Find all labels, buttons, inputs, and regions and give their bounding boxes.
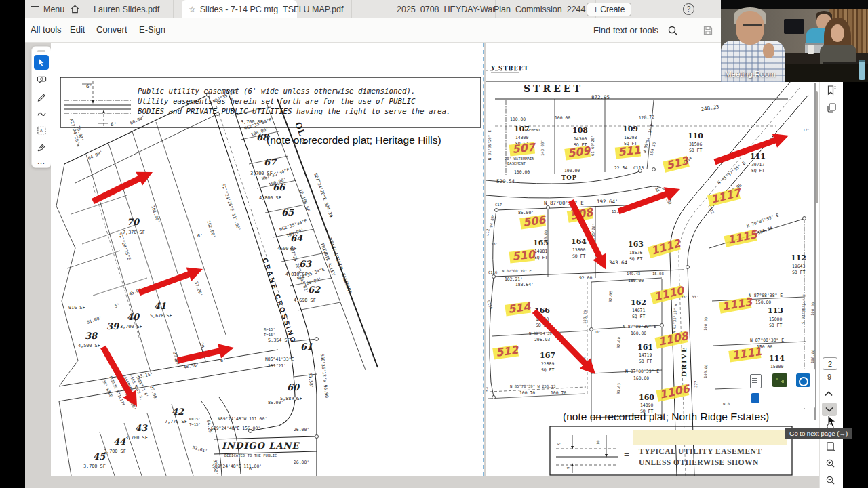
svg-text:40: 40 bbox=[127, 312, 140, 322]
zoom-in-button[interactable] bbox=[825, 458, 835, 471]
select-tool-button[interactable] bbox=[34, 55, 49, 70]
svg-text:1117: 1117 bbox=[709, 186, 743, 206]
svg-text:15.08: 15.08 bbox=[652, 272, 664, 276]
mouse-cursor bbox=[827, 415, 837, 430]
svg-text:149.43: 149.43 bbox=[627, 272, 640, 276]
page-number-input[interactable]: 2 bbox=[823, 357, 837, 370]
tab-plan-commission[interactable]: Plan_Commission_2244_Agen... bbox=[487, 0, 596, 18]
svg-text:Y STREET: Y STREET bbox=[490, 65, 529, 72]
meeting-video-overlay[interactable]: Meeting Room bbox=[721, 0, 868, 82]
svg-text:512: 512 bbox=[495, 343, 521, 359]
scrollbar[interactable] bbox=[816, 92, 818, 203]
tab-label: Slides - 7-14 PC mtg_TS... bbox=[200, 5, 297, 14]
svg-text:13800: 13800 bbox=[572, 247, 585, 253]
plat-left-labels: Public utility easement (6' wide unless … bbox=[68, 83, 451, 475]
svg-text:TOP: TOP bbox=[561, 174, 577, 181]
svg-text:114: 114 bbox=[769, 354, 785, 363]
svg-text:44: 44 bbox=[113, 436, 126, 447]
menu-label: Menu bbox=[43, 5, 64, 14]
svg-text:108.29: 108.29 bbox=[583, 310, 587, 325]
svg-text:CRANE CROSSING: CRANE CROSSING bbox=[261, 257, 298, 345]
fill-sign-tool-button[interactable] bbox=[34, 140, 49, 155]
water-bottle bbox=[859, 60, 865, 80]
svg-text:33': 33' bbox=[681, 295, 688, 299]
bookmarks-panel-button[interactable] bbox=[826, 85, 837, 98]
svg-text:160: 160 bbox=[639, 393, 654, 402]
zoom-out-button[interactable] bbox=[825, 475, 835, 488]
create-button[interactable]: + Create bbox=[587, 0, 631, 18]
all-tools-button[interactable]: All tools bbox=[31, 24, 62, 35]
highlight-tool-button[interactable] bbox=[34, 106, 49, 121]
svg-text:61.69'20": 61.69'20" bbox=[591, 136, 595, 156]
svg-text:62: 62 bbox=[308, 285, 321, 295]
tab-heyday[interactable]: 2025_0708_HEYDAY-Waunake... bbox=[390, 0, 496, 18]
svg-text:S27°24'26"E 324.39': S27°24'26"E 324.39' bbox=[313, 172, 335, 220]
svg-text:39: 39 bbox=[106, 321, 120, 331]
svg-text:N 8: N 8 bbox=[723, 402, 730, 406]
svg-text:SQ FT: SQ FT bbox=[792, 270, 805, 275]
svg-text:100.00: 100.00 bbox=[810, 302, 815, 317]
page-total-label: 9 bbox=[823, 373, 836, 381]
svg-text:EASEMENT: EASEMENT bbox=[507, 161, 526, 165]
save-icon[interactable] bbox=[703, 25, 713, 36]
draw-tool-button[interactable] bbox=[34, 89, 49, 104]
more-tools-button[interactable]: … bbox=[32, 157, 51, 166]
svg-text:16293: 16293 bbox=[624, 135, 637, 140]
plat-drawing-right: Y STREETSTREET872.95248.23128.72100.0010… bbox=[486, 43, 819, 476]
svg-text:22.54: 22.54 bbox=[614, 165, 627, 171]
comment-tool-button[interactable] bbox=[34, 72, 49, 87]
svg-text:1112: 1112 bbox=[650, 237, 684, 258]
svg-text:14890: 14890 bbox=[640, 403, 653, 408]
svg-text:UNLESS OTHERWISE SHOWN: UNLESS OTHERWISE SHOWN bbox=[639, 458, 759, 466]
palette-drag-handle[interactable] bbox=[37, 50, 45, 52]
svg-text:10': 10' bbox=[596, 438, 600, 445]
esign-button[interactable]: E-Sign bbox=[139, 24, 165, 35]
person-front-glasses bbox=[743, 24, 762, 30]
squiggle-icon bbox=[37, 108, 47, 119]
star-icon[interactable]: ☆ bbox=[189, 5, 196, 14]
svg-text:SQ FT: SQ FT bbox=[572, 253, 585, 259]
pdf-page-left-heritage-hills: Public utility easement (6' wide unless … bbox=[51, 43, 484, 476]
find-text-button[interactable]: Find text or tools bbox=[593, 25, 658, 35]
next-page-button[interactable] bbox=[822, 403, 837, 416]
home-button[interactable] bbox=[70, 0, 80, 18]
svg-text:509: 509 bbox=[567, 144, 593, 160]
svg-text:107: 107 bbox=[514, 125, 530, 134]
svg-text:5': 5' bbox=[114, 302, 121, 309]
svg-text:45: 45 bbox=[93, 451, 106, 462]
svg-text:150.00: 150.00 bbox=[757, 344, 772, 350]
svg-text:65: 65 bbox=[281, 207, 294, 218]
search-icon[interactable] bbox=[667, 25, 678, 36]
svg-text:377: 377 bbox=[694, 381, 698, 388]
menu-button[interactable]: Menu bbox=[31, 0, 64, 18]
svg-text:192.64': 192.64' bbox=[597, 199, 618, 205]
svg-text:85.00': 85.00' bbox=[268, 400, 283, 405]
svg-text:6': 6' bbox=[86, 83, 92, 89]
zoom-in-icon bbox=[825, 458, 835, 468]
tab-flu-map[interactable]: FLU MAP.pdf bbox=[287, 0, 352, 18]
svg-text:41: 41 bbox=[154, 301, 166, 311]
tab-slides-7-14-active[interactable]: ☆ Slides - 7-14 PC mtg_TS... × bbox=[182, 0, 297, 18]
edit-button[interactable]: Edit bbox=[70, 24, 85, 35]
svg-text:150.00: 150.00 bbox=[543, 230, 548, 245]
help-button[interactable]: ? bbox=[683, 0, 694, 18]
svg-text:N 70°05'59" E: N 70°05'59" E bbox=[746, 212, 780, 229]
svg-text:S89°24'48"E 156.00': S89°24'48"E 156.00' bbox=[211, 426, 260, 431]
bookmark-icon bbox=[826, 85, 837, 96]
svg-text:161: 161 bbox=[637, 343, 653, 352]
svg-text:S27°24'26"E: S27°24'26"E bbox=[117, 232, 132, 261]
svg-text:N 85°70'39" W 256.13: N 85°70'39" W 256.13 bbox=[510, 384, 555, 388]
tab-label: 2025_0708_HEYDAY-Waunake... bbox=[397, 5, 496, 14]
page-view-button[interactable] bbox=[825, 441, 835, 454]
previous-page-button[interactable] bbox=[824, 388, 833, 400]
text-select-tool-button[interactable]: A bbox=[34, 123, 49, 138]
svg-text:112: 112 bbox=[791, 253, 806, 262]
svg-text:60: 60 bbox=[287, 382, 300, 392]
tab-lauren-slides[interactable]: Lauren Slides.pdf bbox=[87, 0, 174, 18]
convert-button[interactable]: Convert bbox=[96, 24, 127, 35]
create-label: + Create bbox=[587, 3, 631, 16]
pencil-icon bbox=[37, 92, 47, 102]
svg-text:162: 162 bbox=[631, 298, 646, 307]
page-thumbnails-button[interactable] bbox=[826, 102, 837, 116]
svg-text:514: 514 bbox=[507, 300, 532, 316]
